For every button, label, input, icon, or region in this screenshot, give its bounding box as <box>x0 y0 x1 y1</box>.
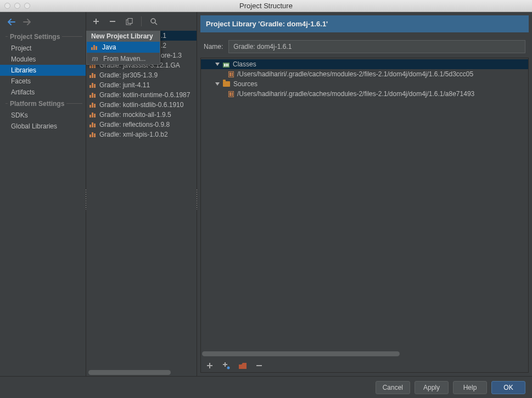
window-title: Project Structure <box>0 2 532 10</box>
java-library-icon <box>91 44 98 50</box>
resize-grip-icon[interactable] <box>85 189 87 210</box>
tree-item[interactable]: /Users/hadihariri/.gradle/caches/modules… <box>201 89 528 99</box>
add-library-button[interactable] <box>92 17 100 26</box>
sources-folder-icon <box>223 81 230 87</box>
section-platform-settings: Platform Settings <box>0 98 86 110</box>
help-button[interactable]: Help <box>453 381 487 394</box>
tree-remove-button[interactable] <box>255 361 264 370</box>
details-header: Project Library 'Gradle: dom4j-1.6.1' <box>200 15 529 32</box>
jar-icon <box>228 71 234 77</box>
svg-rect-4 <box>224 64 225 66</box>
library-list-scrollbar[interactable] <box>86 368 197 376</box>
find-button[interactable] <box>149 17 158 26</box>
nav-global-libraries[interactable]: Global Libraries <box>0 121 86 132</box>
remove-library-button[interactable] <box>108 17 117 26</box>
toolbar-separator <box>141 16 142 26</box>
library-item[interactable]: Gradle: jsr305-1.3.9 <box>86 70 197 80</box>
tree-add-special-button[interactable] <box>222 361 231 370</box>
library-icon <box>89 122 96 127</box>
library-name-input[interactable] <box>228 40 525 53</box>
body: Project Settings Project Modules Librari… <box>0 12 532 376</box>
tree-item-path: /Users/hadihariri/.gradle/caches/modules… <box>237 70 473 78</box>
nav-sdks[interactable]: SDKs <box>0 110 86 121</box>
svg-point-7 <box>227 366 230 369</box>
library-list[interactable]: New Project Library Java m From Maven...… <box>86 31 197 368</box>
nav-modules[interactable]: Modules <box>0 54 86 65</box>
tree-item-path: /Users/hadihariri/.gradle/caches/modules… <box>237 90 474 98</box>
library-icon <box>89 112 96 117</box>
titlebar: Project Structure <box>0 0 532 12</box>
library-details-panel: Project Library 'Gradle: dom4j-1.6.1' Na… <box>197 12 532 376</box>
tree-add-button[interactable] <box>205 361 214 370</box>
settings-sidebar: Project Settings Project Modules Librari… <box>0 12 86 376</box>
library-item[interactable]: Gradle: reflections-0.9.8 <box>86 120 197 130</box>
name-label: Name: <box>204 43 223 51</box>
library-list-panel: New Project Library Java m From Maven...… <box>86 12 197 376</box>
back-button[interactable] <box>8 18 15 26</box>
tree-exclude-button[interactable] <box>238 361 247 370</box>
resize-grip-icon[interactable] <box>196 189 198 210</box>
forward-button[interactable] <box>23 18 31 26</box>
library-contents-tree[interactable]: Classes /Users/hadihariri/.gradle/caches… <box>200 58 529 373</box>
library-icon <box>89 82 96 88</box>
popup-title: New Project Library <box>87 31 160 42</box>
svg-rect-1 <box>128 18 132 23</box>
svg-rect-5 <box>226 64 227 66</box>
library-item[interactable]: Gradle: junit-4.11 <box>86 80 197 90</box>
cancel-button[interactable]: Cancel <box>376 381 410 394</box>
popup-label: From Maven... <box>103 55 145 63</box>
apply-button[interactable]: Apply <box>415 381 449 394</box>
ok-button[interactable]: OK <box>491 381 525 394</box>
nav-libraries[interactable]: Libraries <box>0 65 86 76</box>
tree-horizontal-scrollbar[interactable] <box>201 350 528 358</box>
copy-library-button[interactable] <box>125 17 133 26</box>
popup-item-maven[interactable]: m From Maven... <box>87 53 160 64</box>
library-toolbar <box>86 12 197 31</box>
tree-group-label: Classes <box>233 60 256 68</box>
tree-toolbar <box>201 358 528 372</box>
popup-label: Java <box>102 43 116 51</box>
chevron-down-icon <box>215 63 220 66</box>
tree-item[interactable]: /Users/hadihariri/.gradle/caches/modules… <box>201 69 528 79</box>
popup-item-java[interactable]: Java <box>87 42 160 53</box>
dialog-footer: Cancel Apply Help OK <box>0 376 532 398</box>
library-item[interactable]: Gradle: kotlin-stdlib-0.6.1910 <box>86 100 197 110</box>
tree-group-label: Sources <box>233 80 257 88</box>
nav-project[interactable]: Project <box>0 43 86 54</box>
library-icon <box>89 132 96 137</box>
new-library-popup: New Project Library Java m From Maven... <box>86 31 160 65</box>
maven-icon: m <box>91 54 99 63</box>
tree-group-classes[interactable]: Classes <box>201 59 528 69</box>
library-item[interactable]: Gradle: mockito-all-1.9.5 <box>86 110 197 120</box>
jar-icon <box>228 91 234 97</box>
library-item[interactable]: Gradle: kotlin-runtime-0.6.1987 <box>86 90 197 100</box>
svg-point-2 <box>151 19 155 23</box>
nav-artifacts[interactable]: Artifacts <box>0 87 86 98</box>
classes-icon <box>223 61 229 68</box>
nav-facets[interactable]: Facets <box>0 76 86 87</box>
svg-rect-6 <box>227 64 228 66</box>
library-icon <box>89 102 96 108</box>
library-icon <box>89 92 96 98</box>
chevron-down-icon <box>215 82 220 86</box>
library-item[interactable]: Gradle: xml-apis-1.0.b2 <box>86 130 197 139</box>
section-project-settings: Project Settings <box>0 31 86 43</box>
library-icon <box>89 72 96 78</box>
tree-group-sources[interactable]: Sources <box>201 79 528 89</box>
